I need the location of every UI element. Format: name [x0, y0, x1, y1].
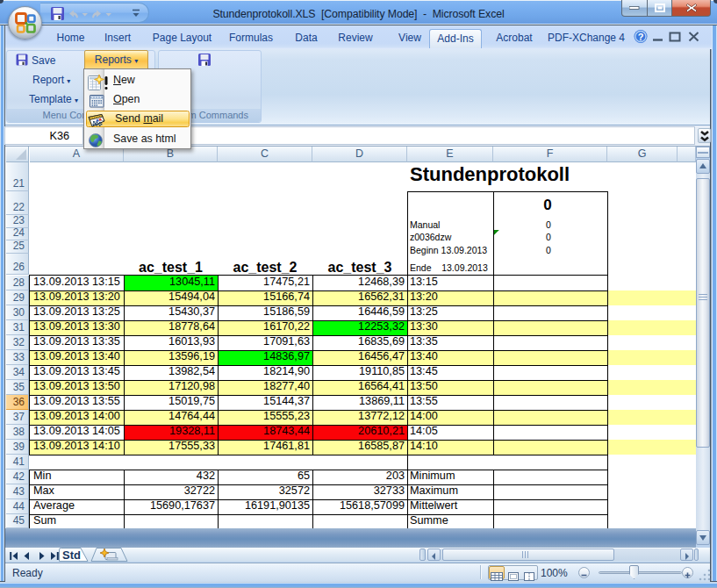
- svg-text:?: ?: [638, 32, 644, 42]
